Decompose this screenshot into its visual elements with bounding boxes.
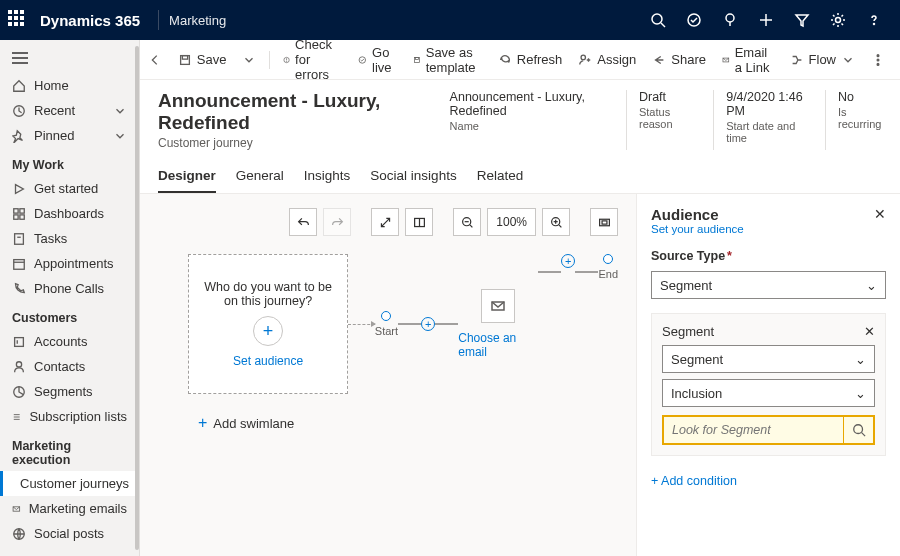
tab-designer[interactable]: Designer — [158, 160, 216, 193]
choose-email-link[interactable]: Choose an email — [458, 331, 538, 359]
meta-name-label: Name — [450, 120, 606, 132]
sidebar-item-pinned[interactable]: Pinned — [0, 123, 139, 148]
search-icon[interactable] — [843, 417, 873, 443]
sidebar-item-customerjourneys[interactable]: Customer journeys — [0, 471, 139, 496]
emaillink-button[interactable]: Email a Link — [715, 41, 781, 79]
hamburger-icon[interactable] — [0, 46, 139, 73]
journey-flow: Who do you want to be on this journey? +… — [188, 254, 618, 394]
meta-date-label: Start date and time — [726, 120, 805, 144]
expand-button[interactable] — [371, 208, 399, 236]
panel-subtitle[interactable]: Set your audience — [651, 223, 744, 235]
add-condition-link[interactable]: + Add condition — [651, 474, 886, 488]
audience-start-tile[interactable]: Who do you want to be on this journey? +… — [188, 254, 348, 394]
undo-button[interactable] — [289, 208, 317, 236]
svg-rect-37 — [415, 57, 418, 59]
lightbulb-icon[interactable] — [712, 0, 748, 40]
meta-date-value: 9/4/2020 1:46 PM — [726, 90, 805, 118]
segment-type-select[interactable]: Segment⌄ — [662, 345, 875, 373]
segment-box: Segment✕ Segment⌄ Inclusion⌄ — [651, 313, 886, 456]
sidebar-item-home[interactable]: Home — [0, 73, 139, 98]
label: Subscription lists — [29, 409, 127, 424]
svg-point-42 — [877, 63, 879, 65]
zoom-level[interactable]: 100% — [487, 208, 536, 236]
fit-button[interactable] — [590, 208, 618, 236]
zoom-out-button[interactable] — [453, 208, 481, 236]
svg-rect-21 — [15, 337, 24, 346]
divider — [158, 10, 159, 30]
overflow-button[interactable] — [864, 49, 892, 71]
gear-icon[interactable] — [820, 0, 856, 40]
golive-button[interactable]: Go live — [351, 41, 404, 79]
label: Home — [34, 78, 69, 93]
label: End — [598, 268, 618, 280]
chevron-down-icon — [841, 53, 855, 67]
sidebar-item-accounts[interactable]: Accounts — [0, 329, 139, 354]
share-button[interactable]: Share — [645, 48, 713, 71]
inclusion-select[interactable]: Inclusion⌄ — [662, 379, 875, 407]
label: Add swimlane — [213, 416, 294, 431]
back-button[interactable] — [148, 46, 163, 74]
task-icon[interactable] — [676, 0, 712, 40]
sidebar-item-getstarted[interactable]: Get started — [0, 176, 139, 201]
close-icon[interactable]: ✕ — [874, 206, 886, 222]
svg-point-0 — [652, 14, 662, 24]
add-swimlane-button[interactable]: +Add swimlane — [198, 414, 618, 432]
refresh-button[interactable]: Refresh — [491, 48, 570, 71]
flow-button[interactable]: Flow — [783, 48, 862, 71]
label: Refresh — [517, 52, 563, 67]
label: Get started — [34, 181, 98, 196]
start-question: Who do you want to be on this journey? — [189, 280, 347, 308]
add-icon[interactable] — [748, 0, 784, 40]
set-audience-link[interactable]: Set audience — [233, 354, 303, 368]
save-button[interactable]: Save — [171, 48, 234, 71]
page-title: Announcement - Luxury, Redefined — [158, 90, 426, 134]
segment-search[interactable] — [662, 415, 875, 445]
sidebar-item-marketingemails[interactable]: Marketing emails — [0, 496, 139, 521]
svg-point-55 — [853, 425, 862, 434]
label: Save — [197, 52, 227, 67]
sidebar-item-appointments[interactable]: Appointments — [0, 251, 139, 276]
tab-social[interactable]: Social insights — [370, 160, 456, 193]
sidebar-item-recent[interactable]: Recent — [0, 98, 139, 123]
tab-general[interactable]: General — [236, 160, 284, 193]
sidebar-item-tasks[interactable]: Tasks — [0, 226, 139, 251]
sidebar-item-socialposts[interactable]: Social posts — [0, 521, 139, 546]
tab-related[interactable]: Related — [477, 160, 524, 193]
remove-segment-icon[interactable]: ✕ — [864, 324, 875, 339]
tabs: Designer General Insights Social insight… — [140, 160, 900, 194]
svg-rect-53 — [602, 220, 607, 223]
redo-button[interactable] — [323, 208, 351, 236]
label: Save as template — [426, 45, 482, 75]
save-dropdown[interactable] — [235, 49, 263, 71]
label: Appointments — [34, 256, 114, 271]
sidebar-item-segments[interactable]: Segments — [0, 379, 139, 404]
sidebar-item-phonecalls[interactable]: Phone Calls — [0, 276, 139, 301]
start-node: Start — [375, 311, 398, 337]
assign-button[interactable]: Assign — [571, 48, 643, 71]
search-icon[interactable] — [640, 0, 676, 40]
label: Assign — [597, 52, 636, 67]
sidebar-item-contacts[interactable]: Contacts — [0, 354, 139, 379]
sidebar-item-dashboards[interactable]: Dashboards — [0, 201, 139, 226]
tab-insights[interactable]: Insights — [304, 160, 351, 193]
app-launcher-icon[interactable] — [8, 10, 28, 30]
save-template-button[interactable]: Save as template — [406, 41, 489, 79]
email-node[interactable]: Choose an email — [458, 289, 538, 359]
segment-search-input[interactable] — [664, 423, 843, 437]
chevron-down-icon: ⌄ — [855, 386, 866, 401]
add-node[interactable]: + — [561, 254, 575, 268]
svg-point-23 — [16, 361, 21, 366]
minimap-button[interactable] — [405, 208, 433, 236]
chevron-down-icon — [113, 129, 127, 143]
label: Tasks — [34, 231, 67, 246]
meta-status-value: Draft — [639, 90, 693, 104]
sidebar-item-subscriptionlists[interactable]: Subscription lists — [0, 404, 139, 429]
sourcetype-select[interactable]: Segment⌄ — [651, 271, 886, 299]
label: Marketing emails — [29, 501, 127, 516]
filter-icon[interactable] — [784, 0, 820, 40]
add-node[interactable]: + — [421, 317, 435, 331]
add-audience-button[interactable]: + — [253, 316, 283, 346]
zoom-in-button[interactable] — [542, 208, 570, 236]
value: Segment — [660, 278, 712, 293]
help-icon[interactable] — [856, 0, 892, 40]
